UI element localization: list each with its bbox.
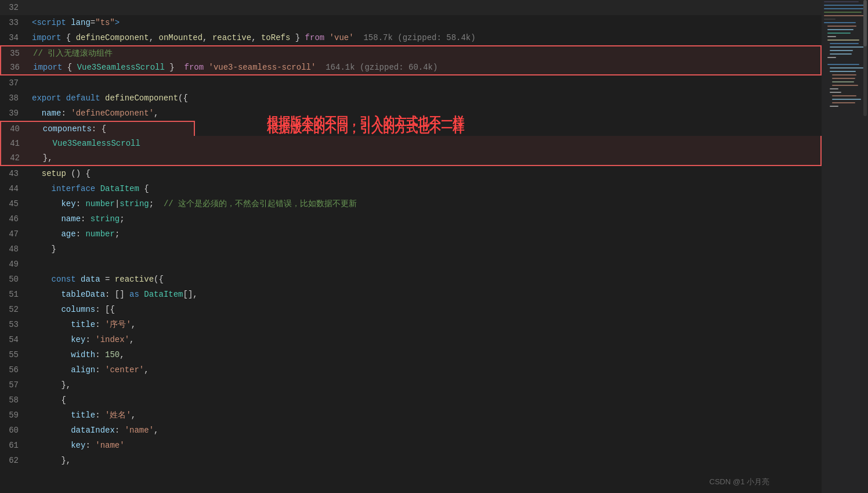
code-line-41: 41 Vue3SeamlessScroll xyxy=(0,136,822,151)
svg-rect-0 xyxy=(824,1,859,2)
line-content-52: columns: [{ xyxy=(30,302,822,317)
line-num-60: 60 xyxy=(0,423,28,438)
code-line-38: 38 export default defineComponent({ xyxy=(0,91,822,106)
line-content-48: } xyxy=(30,242,822,257)
svg-rect-1 xyxy=(824,5,866,6)
svg-rect-15 xyxy=(830,53,852,55)
code-line-56: 56 align: 'center', xyxy=(0,362,822,377)
line-content-33: <script lang="ts"> xyxy=(30,15,822,30)
line-num-50: 50 xyxy=(0,272,28,287)
line-num-33: 33 xyxy=(0,15,28,30)
code-lines: 32 33 <script lang="ts"> 34 import { def… xyxy=(0,0,822,468)
annotation-overlay: 根据版本的不同，引入的方式也不一样 xyxy=(267,114,464,129)
line-num-37: 37 xyxy=(0,75,28,91)
svg-rect-27 xyxy=(832,99,861,100)
line-num-55: 55 xyxy=(0,347,28,362)
svg-rect-11 xyxy=(827,39,859,41)
code-line-59: 59 title: '姓名', xyxy=(0,408,822,423)
line-content-55: width: 150, xyxy=(30,347,822,362)
line-content-43: setup () { xyxy=(30,166,822,181)
line-num-39: 39 xyxy=(0,106,28,121)
code-line-43: 43 setup () { xyxy=(0,166,822,181)
svg-rect-12 xyxy=(830,43,859,44)
svg-rect-17 xyxy=(827,64,859,65)
line-num-45: 45 xyxy=(0,196,28,211)
line-num-56: 56 xyxy=(0,362,28,377)
line-content-32 xyxy=(30,0,822,15)
line-content-36: import { Vue3SeamlessScroll } from 'vue3… xyxy=(31,60,820,75)
code-line-54: 54 key: 'index', xyxy=(0,332,822,347)
line-content-60: dataIndex: 'name', xyxy=(30,423,822,438)
line-content-59: title: '姓名', xyxy=(30,408,822,423)
line-num-38: 38 xyxy=(0,91,28,106)
code-line-45: 45 key: number|string; // 这个是必须的，不然会引起错误… xyxy=(0,196,822,211)
line-content-61: key: 'name' xyxy=(30,438,822,453)
code-line-60: 60 dataIndex: 'name', xyxy=(0,423,822,438)
line-content-37 xyxy=(30,75,822,91)
line-content-44: interface DataItem { xyxy=(30,181,822,196)
svg-rect-8 xyxy=(827,29,853,30)
svg-rect-6 xyxy=(824,22,856,23)
svg-rect-7 xyxy=(827,26,856,27)
line-content-57: }, xyxy=(30,377,822,393)
code-line-50: 50 const data = reactive({ xyxy=(0,272,822,287)
line-num-49: 49 xyxy=(0,257,28,272)
code-line-32: 32 xyxy=(0,0,822,15)
code-line-37: 37 xyxy=(0,75,822,91)
csdn-watermark: CSDN @1 小月亮 xyxy=(710,477,770,487)
line-content-47: age: number; xyxy=(30,226,822,242)
line-content-38: export default defineComponent({ xyxy=(30,91,822,106)
line-num-42: 42 xyxy=(1,150,29,165)
line-num-57: 57 xyxy=(0,377,28,393)
code-line-57: 57 }, xyxy=(0,377,822,393)
svg-rect-13 xyxy=(830,46,866,48)
line-num-51: 51 xyxy=(0,287,28,302)
line-num-43: 43 xyxy=(0,166,28,181)
code-line-61: 61 key: 'name' xyxy=(0,438,822,453)
line-num-62: 62 xyxy=(0,453,28,468)
line-content-42: }, xyxy=(31,150,820,165)
code-line-36: 36 import { Vue3SeamlessScroll } from 'v… xyxy=(0,60,822,75)
svg-rect-3 xyxy=(824,12,862,13)
line-content-50: const data = reactive({ xyxy=(30,272,822,287)
editor-container: 32 33 <script lang="ts"> 34 import { def… xyxy=(0,0,868,493)
code-line-33: 33 <script lang="ts"> xyxy=(0,15,822,30)
code-line-58: 58 { xyxy=(0,393,822,408)
svg-rect-5 xyxy=(824,19,836,20)
line-content-49 xyxy=(30,257,822,272)
line-num-48: 48 xyxy=(0,242,28,257)
svg-rect-9 xyxy=(827,33,851,34)
line-num-44: 44 xyxy=(0,181,28,196)
code-line-48: 48 } xyxy=(0,242,822,257)
line-content-62: }, xyxy=(30,453,822,468)
line-num-47: 47 xyxy=(0,226,28,242)
line-content-45: key: number|string; // 这个是必须的，不然会引起错误，比如… xyxy=(30,196,822,211)
line-num-59: 59 xyxy=(0,408,28,423)
svg-rect-25 xyxy=(830,92,841,93)
svg-rect-24 xyxy=(830,88,838,89)
code-line-42: 42 }, xyxy=(0,151,822,166)
code-line-44: 44 interface DataItem { xyxy=(0,181,822,196)
code-line-40: 40 components: { xyxy=(0,121,195,136)
svg-rect-23 xyxy=(832,85,858,86)
svg-rect-22 xyxy=(832,81,854,82)
line-content-56: align: 'center', xyxy=(30,362,822,377)
line-content-53: title: '序号', xyxy=(30,317,822,332)
line-content-51: tableData: [] as DataItem[], xyxy=(30,287,822,302)
line-num-53: 53 xyxy=(0,317,28,332)
line-content-35: // 引入无缝滚动组件 xyxy=(31,46,820,61)
svg-rect-19 xyxy=(830,71,856,72)
line-num-40: 40 xyxy=(1,121,29,136)
line-num-34: 34 xyxy=(0,30,28,45)
svg-rect-31 xyxy=(863,0,867,46)
minimap[interactable] xyxy=(822,0,868,493)
svg-rect-16 xyxy=(827,57,836,58)
svg-rect-29 xyxy=(830,106,838,107)
svg-rect-28 xyxy=(832,102,855,103)
line-num-54: 54 xyxy=(0,332,28,347)
svg-rect-21 xyxy=(832,78,855,79)
line-content-40: components: { xyxy=(31,121,194,136)
svg-rect-10 xyxy=(827,36,836,37)
line-content-34: import { defineComponent, onMounted, rea… xyxy=(30,30,822,45)
code-line-47: 47 age: number; xyxy=(0,226,822,242)
